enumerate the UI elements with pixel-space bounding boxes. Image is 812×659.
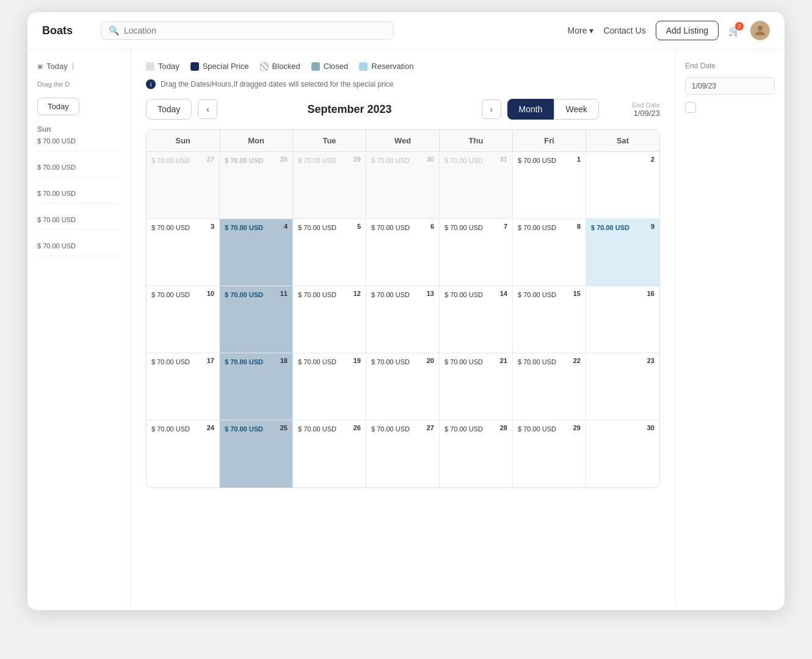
cal-cell-28[interactable]: 28 $ 70.00 USD (220, 152, 293, 219)
cal-cell-4[interactable]: 4 $ 70.00 USD (220, 219, 293, 286)
cal-cell-8[interactable]: 8 $ 70.00 USD (513, 219, 586, 286)
calendar-day-headers: Sun Mon Tue Wed Thu Fri Sat (147, 130, 659, 152)
sidebar-today-button[interactable]: Today (37, 98, 79, 115)
cal-view-group: Month Week (507, 99, 599, 120)
add-listing-button[interactable]: Add Listing (656, 21, 719, 40)
calendar-header: Today ‹ September 2023 › Month Week End … (146, 99, 660, 120)
cart-badge: 2 (735, 22, 744, 31)
legend-today: Today (146, 62, 179, 71)
cal-cell-11[interactable]: 11 $ 70.00 USD (220, 286, 293, 353)
week-row-3: 10 $ 70.00 USD 11 $ 70.00 USD 12 $ 70.00… (147, 286, 659, 353)
more-button[interactable]: More ▾ (568, 26, 594, 35)
special-legend-dot (190, 62, 199, 71)
end-date-value: 1/09/23 (605, 109, 660, 118)
sidebar-today: ▣ Today ▏ (37, 62, 121, 71)
month-view-button[interactable]: Month (507, 99, 554, 120)
closed-legend-dot (311, 62, 320, 71)
main-layout: ▣ Today ▏ Drag the D Today Sun $ 70.00 U… (27, 49, 785, 610)
legend-reservation: Reservation (359, 62, 413, 71)
avatar[interactable] (750, 21, 770, 40)
cal-cell-12[interactable]: 12 $ 70.00 USD (293, 286, 366, 353)
cal-cell-9[interactable]: 9 $ 70.00 USD (586, 219, 659, 286)
cal-cell-21[interactable]: 21 $ 70.00 USD (440, 353, 513, 420)
calendar-grid: Sun Mon Tue Wed Thu Fri Sat 27 $ 70.00 U… (146, 129, 660, 488)
cal-cell-3[interactable]: 3 $ 70.00 USD (147, 219, 220, 286)
brand-name: Boats (42, 24, 91, 37)
content-area: Today Special Price Blocked Closed Reser… (131, 49, 675, 610)
info-icon: i (146, 79, 156, 89)
cal-cell-27b[interactable]: 27 $ 70.00 USD (366, 420, 440, 488)
svg-point-0 (758, 26, 763, 31)
top-nav: Boats 🔍 More ▾ Contact Us Add Listing 🛒 … (27, 12, 785, 49)
search-icon: 🔍 (109, 26, 119, 35)
search-input[interactable] (124, 26, 386, 35)
week-row-5: 24 $ 70.00 USD 25 $ 70.00 USD 26 $ 70.00… (147, 420, 659, 488)
cal-cell-17[interactable]: 17 $ 70.00 USD (147, 353, 220, 420)
cal-cell-14[interactable]: 14 $ 70.00 USD (440, 286, 513, 353)
legend: Today Special Price Blocked Closed Reser… (146, 62, 660, 71)
sidebar-day-row-1: Sun $ 70.00 USD (37, 125, 121, 151)
cal-cell-16[interactable]: 16 (586, 286, 659, 353)
end-date-area: End Date 1/09/23 (605, 101, 660, 118)
week-row-4: 17 $ 70.00 USD 18 $ 70.00 USD 19 $ 70.00… (147, 353, 659, 420)
cal-cell-31[interactable]: 31 $ 70.00 USD (440, 152, 513, 219)
avatar-icon (753, 23, 767, 38)
cal-cell-19[interactable]: 19 $ 70.00 USD (293, 353, 366, 420)
end-date-label: End Date (605, 101, 660, 109)
right-end-date-value: 1/09/23 (685, 77, 775, 95)
col-header-mon: Mon (220, 130, 293, 152)
cal-cell-26[interactable]: 26 $ 70.00 USD (293, 420, 366, 488)
col-header-sat: Sat (586, 130, 659, 152)
hint-bar: i Drag the Dates/Hours,If dragged dates … (146, 79, 660, 89)
week-row-2: 3 $ 70.00 USD 4 $ 70.00 USD 5 $ 70.00 US… (147, 219, 659, 286)
cal-cell-6[interactable]: 6 $ 70.00 USD (366, 219, 440, 286)
cal-cell-20[interactable]: 20 $ 70.00 USD (366, 353, 440, 420)
sidebar-day-row-5: $ 70.00 USD (37, 240, 121, 256)
cal-cell-23[interactable]: 23 (586, 353, 659, 420)
cal-next-button[interactable]: › (482, 99, 501, 119)
legend-closed: Closed (311, 62, 348, 71)
col-header-fri: Fri (513, 130, 586, 152)
right-checkbox[interactable] (685, 102, 696, 113)
week-row-1: 27 $ 70.00 USD 28 $ 70.00 USD 29 $ 70.00… (147, 152, 659, 219)
col-header-sun: Sun (147, 130, 220, 152)
cal-cell-28b[interactable]: 28 $ 70.00 USD (440, 420, 513, 488)
cal-cell-7[interactable]: 7 $ 70.00 USD (440, 219, 513, 286)
contact-link[interactable]: Contact Us (603, 26, 645, 35)
right-panel: End Date 1/09/23 (675, 49, 785, 610)
right-end-date-label: End Date (685, 62, 775, 70)
search-bar[interactable]: 🔍 (101, 21, 394, 40)
cal-cell-15[interactable]: 15 $ 70.00 USD (513, 286, 586, 353)
cal-cell-1[interactable]: 1 $ 70.00 USD (513, 152, 586, 219)
cal-cell-25[interactable]: 25 $ 70.00 USD (220, 420, 293, 488)
cal-cell-18[interactable]: 18 $ 70.00 USD (220, 353, 293, 420)
nav-right: More ▾ Contact Us Add Listing 🛒 2 (568, 21, 770, 40)
legend-special: Special Price (190, 62, 249, 71)
cal-cell-29[interactable]: 29 $ 70.00 USD (293, 152, 366, 219)
cal-cell-2[interactable]: 2 (586, 152, 659, 219)
blocked-legend-dot (260, 62, 269, 71)
cal-cell-13[interactable]: 13 $ 70.00 USD (366, 286, 440, 353)
cart-icon-wrap[interactable]: 🛒 2 (728, 25, 741, 37)
sidebar-day-row-2: $ 70.00 USD (37, 161, 121, 178)
cal-cell-30[interactable]: 30 $ 70.00 USD (366, 152, 440, 219)
sidebar-day-row-4: $ 70.00 USD (37, 214, 121, 230)
page-wrapper: Boats 🔍 More ▾ Contact Us Add Listing 🛒 … (27, 12, 785, 610)
cal-cell-29b[interactable]: 29 $ 70.00 USD (513, 420, 586, 488)
sidebar-drag: Drag the D (37, 81, 121, 88)
week-view-button[interactable]: Week (554, 99, 599, 120)
cal-cell-5[interactable]: 5 $ 70.00 USD (293, 219, 366, 286)
reservation-legend-dot (359, 62, 368, 71)
col-header-wed: Wed (366, 130, 440, 152)
cal-title: September 2023 (223, 103, 475, 116)
cal-cell-30b[interactable]: 30 (586, 420, 659, 488)
legend-blocked: Blocked (260, 62, 300, 71)
sidebar-day-row-3: $ 70.00 USD (37, 187, 121, 204)
cal-cell-24[interactable]: 24 $ 70.00 USD (147, 420, 220, 488)
cal-cell-27[interactable]: 27 $ 70.00 USD (147, 152, 220, 219)
today-legend-dot (146, 62, 154, 71)
cal-cell-10[interactable]: 10 $ 70.00 USD (147, 286, 220, 353)
cal-today-button[interactable]: Today (146, 99, 192, 120)
cal-prev-button[interactable]: ‹ (198, 99, 217, 119)
cal-cell-22[interactable]: 22 $ 70.00 USD (513, 353, 586, 420)
